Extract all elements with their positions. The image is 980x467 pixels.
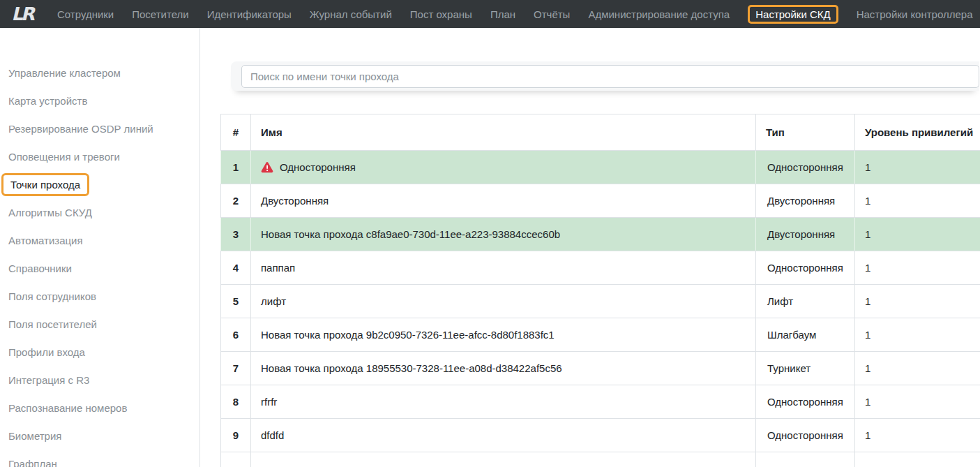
nav-item[interactable]: Настройки СКД bbox=[748, 5, 838, 24]
table-row[interactable]: 9 dfdfd Односторонняя 1 bbox=[221, 419, 980, 452]
table-row[interactable]: 7 Новая точка прохода 18955530-7328-11ee… bbox=[221, 352, 980, 385]
sidebar-item-pill: Интеграция с R3 bbox=[8, 374, 89, 386]
nav-items: СотрудникиПосетителиИдентификаторыЖурнал… bbox=[57, 5, 973, 24]
row-name: Новая точка прохода c8fa9ae0-730d-11ee-a… bbox=[251, 218, 756, 251]
nav-item[interactable]: Отчёты bbox=[534, 6, 570, 22]
row-name bbox=[251, 452, 756, 467]
row-type: Двусторонняя bbox=[756, 184, 855, 218]
row-privilege: 1 bbox=[855, 352, 980, 385]
nav-item-label: План bbox=[490, 8, 515, 20]
row-privilege: 1 bbox=[855, 218, 980, 251]
sidebar-item[interactable]: Карта устройств bbox=[0, 87, 199, 114]
sidebar-item-label: Графплан bbox=[8, 458, 57, 467]
sidebar-item-pill: Резервирование OSDP линий bbox=[8, 123, 153, 135]
warning-icon bbox=[261, 160, 273, 175]
sidebar-item-pill: Графплан bbox=[8, 458, 57, 467]
sidebar-item-label: Справочники bbox=[8, 262, 72, 274]
sidebar-item[interactable]: Точки прохода bbox=[0, 170, 199, 198]
sidebar-item[interactable]: Оповещения и тревоги bbox=[0, 142, 199, 170]
sidebar-item-label: Алгоритмы СКУД bbox=[8, 207, 92, 218]
sidebar-item[interactable]: Алгоритмы СКУД bbox=[0, 198, 199, 226]
table-row[interactable] bbox=[221, 452, 980, 467]
nav-item[interactable]: Идентификаторы bbox=[207, 6, 292, 22]
row-number: 9 bbox=[221, 419, 251, 452]
table-row[interactable]: 8 rfrfr Односторонняя 1 bbox=[221, 385, 980, 419]
app-logo-icon[interactable]: LR bbox=[10, 3, 42, 24]
sidebar-item[interactable]: Биометрия bbox=[0, 422, 199, 450]
sidebar-item-label: Точки прохода bbox=[10, 179, 80, 191]
column-header-type: Тип bbox=[756, 114, 855, 151]
row-name: паппап bbox=[251, 251, 756, 285]
page-content: Управление кластером Карта устройств Рез… bbox=[0, 28, 980, 467]
row-name: rfrfr bbox=[251, 385, 756, 419]
row-privilege: 1 bbox=[855, 151, 980, 184]
row-privilege: 1 bbox=[855, 385, 980, 419]
sidebar-item-label: Распознавание номеров bbox=[8, 402, 127, 414]
table-row[interactable]: 3 Новая точка прохода c8fa9ae0-730d-11ee… bbox=[221, 218, 980, 251]
row-type: Лифт bbox=[756, 285, 855, 318]
table-row[interactable]: 4 паппап Односторонняя 1 bbox=[221, 251, 980, 285]
column-header-name: Имя bbox=[251, 114, 756, 151]
sidebar-item[interactable]: Поля посетителей bbox=[0, 310, 199, 338]
search-input[interactable] bbox=[241, 65, 979, 88]
row-privilege: 1 bbox=[855, 184, 980, 218]
sidebar-item-pill: Карта устройств bbox=[8, 95, 87, 107]
row-name-text: Новая точка прохода c8fa9ae0-730d-11ee-a… bbox=[261, 228, 560, 240]
row-number: 8 bbox=[221, 385, 251, 419]
nav-item[interactable]: Настройки контроллера bbox=[857, 6, 973, 22]
nav-item[interactable]: План bbox=[490, 6, 515, 22]
main-area: # Имя Тип Уровень привилегий 1 Односторо… bbox=[200, 28, 980, 467]
sidebar-item-label: Поля посетителей bbox=[8, 318, 97, 330]
row-name-text: rfrfr bbox=[261, 396, 277, 408]
nav-item-label: Журнал событий bbox=[310, 8, 392, 20]
sidebar-item[interactable]: Справочники bbox=[0, 254, 199, 282]
sidebar-item[interactable]: Профили входа bbox=[0, 338, 199, 366]
row-privilege bbox=[855, 452, 980, 467]
row-name: Новая точка прохода 18955530-7328-11ee-a… bbox=[251, 352, 756, 385]
nav-item[interactable]: Журнал событий bbox=[310, 6, 392, 22]
sidebar-item-label: Поля сотрудников bbox=[8, 290, 96, 302]
sidebar-item[interactable]: Автоматизация bbox=[0, 226, 199, 254]
row-privilege: 1 bbox=[855, 285, 980, 318]
sidebar-item[interactable]: Распознавание номеров bbox=[0, 394, 199, 422]
row-name: лифт bbox=[251, 285, 756, 318]
svg-text:LR: LR bbox=[10, 3, 38, 24]
sidebar-item-pill: Справочники bbox=[8, 262, 72, 274]
search-panel bbox=[231, 61, 979, 91]
table-row[interactable]: 5 лифт Лифт 1 bbox=[221, 285, 980, 318]
sidebar-item[interactable]: Управление кластером bbox=[0, 59, 199, 87]
sidebar-item[interactable]: Интеграция с R3 bbox=[0, 366, 199, 394]
sidebar-item-pill: Поля посетителей bbox=[8, 318, 97, 330]
sidebar-item-label: Интеграция с R3 bbox=[8, 374, 89, 386]
column-header-privilege: Уровень привилегий bbox=[855, 114, 980, 151]
sidebar-item[interactable]: Графплан bbox=[0, 450, 199, 467]
table-row[interactable]: 2 Двусторонняя Двусторонняя 1 bbox=[221, 184, 980, 218]
row-type: Турникет bbox=[756, 352, 855, 385]
sidebar-item-pill: Распознавание номеров bbox=[8, 402, 127, 414]
column-header-number: # bbox=[221, 114, 251, 151]
row-name: dfdfd bbox=[251, 419, 756, 452]
row-name-text: Двусторонняя bbox=[261, 195, 329, 207]
row-number bbox=[221, 452, 251, 467]
row-name: Новая точка прохода 9b2c0950-7326-11ee-a… bbox=[251, 318, 756, 352]
sidebar-item[interactable]: Поля сотрудников bbox=[0, 282, 199, 310]
row-type bbox=[756, 452, 855, 467]
table-row[interactable]: 1 Односторонняя Односторонняя 1 bbox=[221, 151, 980, 184]
nav-item[interactable]: Посетители bbox=[132, 6, 188, 22]
row-number: 4 bbox=[221, 251, 251, 285]
sidebar-item-label: Профили входа bbox=[8, 346, 85, 358]
nav-item[interactable]: Пост охраны bbox=[410, 6, 472, 22]
table-row[interactable]: 6 Новая точка прохода 9b2c0950-7326-11ee… bbox=[221, 318, 980, 352]
sidebar-item-label: Биометрия bbox=[8, 430, 61, 442]
nav-item-label: Настройки СКД bbox=[755, 8, 830, 20]
row-name-text: паппап bbox=[261, 262, 295, 274]
sidebar-item-pill: Поля сотрудников bbox=[8, 290, 96, 302]
nav-item-label: Пост охраны bbox=[410, 8, 472, 20]
nav-item[interactable]: Администрирование доступа bbox=[588, 6, 730, 22]
sidebar-item-pill: Профили входа bbox=[8, 346, 85, 358]
row-type: Односторонняя bbox=[756, 419, 855, 452]
row-name: Односторонняя bbox=[251, 151, 756, 184]
row-privilege: 1 bbox=[855, 419, 980, 452]
nav-item[interactable]: Сотрудники bbox=[57, 6, 114, 22]
sidebar-item[interactable]: Резервирование OSDP линий bbox=[0, 114, 199, 142]
